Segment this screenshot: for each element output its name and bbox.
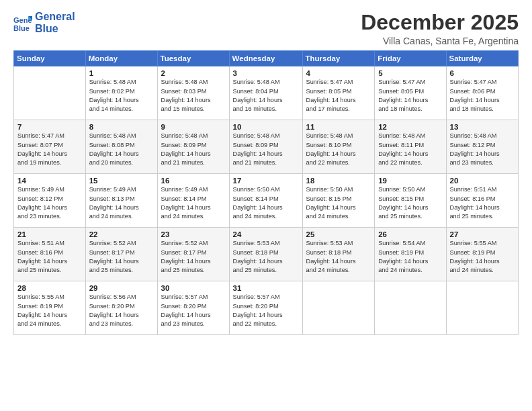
calendar-cell-w2-d3: 9Sunrise: 5:48 AM Sunset: 8:09 PM Daylig… [157,120,229,174]
subtitle: Villa Canas, Santa Fe, Argentina [361,36,519,46]
day-number-24: 24 [233,230,299,238]
calendar-cell-w2-d2: 8Sunrise: 5:48 AM Sunset: 8:08 PM Daylig… [85,120,157,174]
day-info-25: Sunrise: 5:53 AM Sunset: 8:18 PM Dayligh… [306,239,371,275]
calendar-cell-w2-d1: 7Sunrise: 5:47 AM Sunset: 8:07 PM Daylig… [14,120,86,174]
header: General Blue General Blue December 2025 … [13,11,519,46]
calendar-cell-w1-d7: 6Sunrise: 5:47 AM Sunset: 8:06 PM Daylig… [446,66,519,120]
day-number-20: 20 [450,177,515,185]
svg-text:Blue: Blue [13,24,30,32]
day-number-12: 12 [378,123,442,131]
week-row-4: 21Sunrise: 5:51 AM Sunset: 8:16 PM Dayli… [14,228,519,281]
week-row-5: 28Sunrise: 5:55 AM Sunset: 8:19 PM Dayli… [14,281,519,335]
calendar-cell-w5-d2: 29Sunrise: 5:56 AM Sunset: 8:20 PM Dayli… [85,281,157,335]
day-number-9: 9 [161,123,226,131]
day-number-1: 1 [89,69,154,77]
title-block: December 2025 Villa Canas, Santa Fe, Arg… [361,11,519,46]
day-number-10: 10 [233,123,299,131]
day-info-21: Sunrise: 5:51 AM Sunset: 8:16 PM Dayligh… [17,239,82,275]
calendar-cell-w2-d6: 12Sunrise: 5:48 AM Sunset: 8:11 PM Dayli… [375,120,446,174]
calendar-cell-w5-d3: 30Sunrise: 5:57 AM Sunset: 8:20 PM Dayli… [157,281,229,335]
logo-icon: General Blue [13,13,32,32]
week-row-1: 1Sunrise: 5:48 AM Sunset: 8:02 PM Daylig… [14,66,519,120]
calendar-cell-w5-d4: 31Sunrise: 5:57 AM Sunset: 8:20 PM Dayli… [229,281,302,335]
calendar-cell-w4-d1: 21Sunrise: 5:51 AM Sunset: 8:16 PM Dayli… [14,228,86,281]
day-number-27: 27 [450,230,515,238]
day-info-5: Sunrise: 5:47 AM Sunset: 8:05 PM Dayligh… [378,78,442,113]
calendar-cell-w2-d7: 13Sunrise: 5:48 AM Sunset: 8:12 PM Dayli… [446,120,519,174]
col-wednesday: Wednesday [229,51,302,66]
day-info-17: Sunrise: 5:50 AM Sunset: 8:14 PM Dayligh… [233,185,299,221]
day-info-18: Sunrise: 5:50 AM Sunset: 8:15 PM Dayligh… [306,185,371,221]
day-info-6: Sunrise: 5:47 AM Sunset: 8:06 PM Dayligh… [450,78,515,113]
day-info-11: Sunrise: 5:48 AM Sunset: 8:10 PM Dayligh… [306,132,371,167]
day-number-17: 17 [233,177,299,185]
calendar-cell-w1-d1 [14,66,86,120]
calendar-cell-w5-d5 [302,281,375,335]
calendar-cell-w5-d7 [446,281,519,335]
calendar-cell-w5-d1: 28Sunrise: 5:55 AM Sunset: 8:19 PM Dayli… [14,281,86,335]
calendar-cell-w4-d5: 25Sunrise: 5:53 AM Sunset: 8:18 PM Dayli… [302,228,375,281]
day-info-8: Sunrise: 5:48 AM Sunset: 8:08 PM Dayligh… [89,132,154,167]
col-thursday: Thursday [302,51,375,66]
calendar-cell-w3-d6: 19Sunrise: 5:50 AM Sunset: 8:15 PM Dayli… [375,174,446,228]
page: General Blue General Blue December 2025 … [0,0,532,411]
day-number-7: 7 [17,123,82,131]
calendar-cell-w4-d3: 23Sunrise: 5:52 AM Sunset: 8:17 PM Dayli… [157,228,229,281]
day-number-16: 16 [161,177,226,185]
day-number-3: 3 [233,69,299,77]
col-tuesday: Tuesday [157,51,229,66]
logo-text-general: General [35,11,75,23]
day-info-7: Sunrise: 5:47 AM Sunset: 8:07 PM Dayligh… [17,132,82,167]
day-info-31: Sunrise: 5:57 AM Sunset: 8:20 PM Dayligh… [233,293,299,328]
day-number-23: 23 [161,230,226,238]
day-info-29: Sunrise: 5:56 AM Sunset: 8:20 PM Dayligh… [89,293,154,328]
day-info-28: Sunrise: 5:55 AM Sunset: 8:19 PM Dayligh… [17,293,82,328]
logo: General Blue General Blue [13,11,75,34]
calendar-cell-w1-d3: 2Sunrise: 5:48 AM Sunset: 8:03 PM Daylig… [157,66,229,120]
calendar-cell-w4-d6: 26Sunrise: 5:54 AM Sunset: 8:19 PM Dayli… [375,228,446,281]
day-info-14: Sunrise: 5:49 AM Sunset: 8:12 PM Dayligh… [17,185,82,221]
col-sunday: Sunday [14,51,86,66]
day-number-4: 4 [306,69,371,77]
day-info-13: Sunrise: 5:48 AM Sunset: 8:12 PM Dayligh… [450,132,515,167]
calendar-cell-w4-d2: 22Sunrise: 5:52 AM Sunset: 8:17 PM Dayli… [85,228,157,281]
calendar-cell-w4-d4: 24Sunrise: 5:53 AM Sunset: 8:18 PM Dayli… [229,228,302,281]
day-number-15: 15 [89,177,154,185]
day-info-23: Sunrise: 5:52 AM Sunset: 8:17 PM Dayligh… [161,239,226,275]
day-info-22: Sunrise: 5:52 AM Sunset: 8:17 PM Dayligh… [89,239,154,275]
day-number-13: 13 [450,123,515,131]
day-number-25: 25 [306,230,371,238]
calendar-cell-w3-d4: 17Sunrise: 5:50 AM Sunset: 8:14 PM Dayli… [229,174,302,228]
col-friday: Friday [375,51,446,66]
day-info-24: Sunrise: 5:53 AM Sunset: 8:18 PM Dayligh… [233,239,299,275]
calendar-cell-w3-d7: 20Sunrise: 5:51 AM Sunset: 8:16 PM Dayli… [446,174,519,228]
day-number-29: 29 [89,284,154,292]
calendar-cell-w1-d2: 1Sunrise: 5:48 AM Sunset: 8:02 PM Daylig… [85,66,157,120]
calendar-header-row: Sunday Monday Tuesday Wednesday Thursday… [14,51,519,66]
calendar-cell-w4-d7: 27Sunrise: 5:55 AM Sunset: 8:19 PM Dayli… [446,228,519,281]
calendar-cell-w3-d1: 14Sunrise: 5:49 AM Sunset: 8:12 PM Dayli… [14,174,86,228]
day-info-3: Sunrise: 5:48 AM Sunset: 8:04 PM Dayligh… [233,78,299,113]
day-info-27: Sunrise: 5:55 AM Sunset: 8:19 PM Dayligh… [450,239,515,275]
day-number-5: 5 [378,69,442,77]
day-info-2: Sunrise: 5:48 AM Sunset: 8:03 PM Dayligh… [161,78,226,113]
day-info-10: Sunrise: 5:48 AM Sunset: 8:09 PM Dayligh… [233,132,299,167]
calendar-cell-w5-d6 [375,281,446,335]
calendar-cell-w2-d5: 11Sunrise: 5:48 AM Sunset: 8:10 PM Dayli… [302,120,375,174]
calendar-cell-w3-d2: 15Sunrise: 5:49 AM Sunset: 8:13 PM Dayli… [85,174,157,228]
day-info-15: Sunrise: 5:49 AM Sunset: 8:13 PM Dayligh… [89,185,154,221]
day-number-22: 22 [89,230,154,238]
day-number-28: 28 [17,284,82,292]
week-row-2: 7Sunrise: 5:47 AM Sunset: 8:07 PM Daylig… [14,120,519,174]
calendar-cell-w1-d4: 3Sunrise: 5:48 AM Sunset: 8:04 PM Daylig… [229,66,302,120]
day-number-6: 6 [450,69,515,77]
day-info-26: Sunrise: 5:54 AM Sunset: 8:19 PM Dayligh… [378,239,442,275]
logo-text-blue: Blue [35,23,75,35]
calendar-cell-w3-d5: 18Sunrise: 5:50 AM Sunset: 8:15 PM Dayli… [302,174,375,228]
calendar-table: Sunday Monday Tuesday Wednesday Thursday… [13,50,519,335]
day-info-19: Sunrise: 5:50 AM Sunset: 8:15 PM Dayligh… [378,185,442,221]
day-number-21: 21 [17,230,82,238]
day-info-16: Sunrise: 5:49 AM Sunset: 8:14 PM Dayligh… [161,185,226,221]
col-monday: Monday [85,51,157,66]
day-info-30: Sunrise: 5:57 AM Sunset: 8:20 PM Dayligh… [161,293,226,328]
